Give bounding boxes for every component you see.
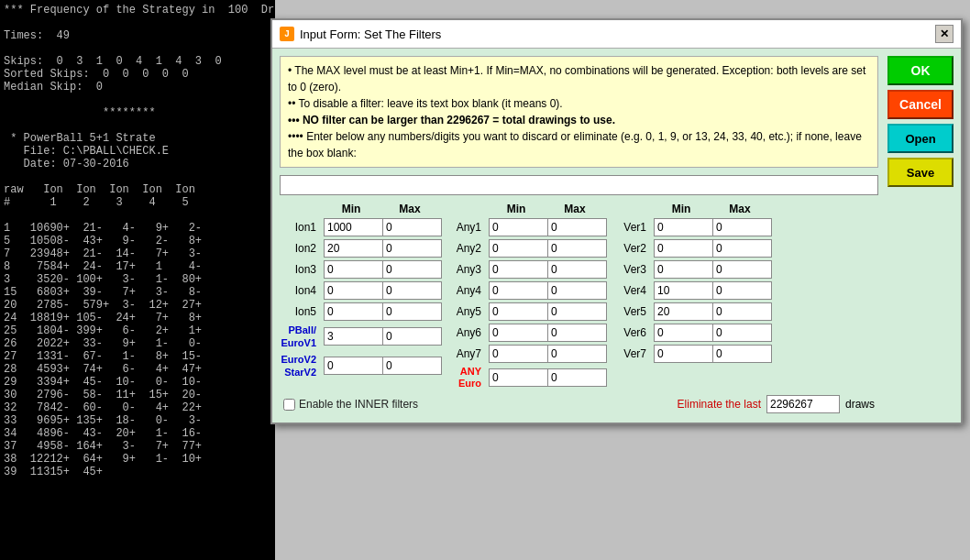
ver7-min-input[interactable] <box>654 345 713 363</box>
col-header-ver-min: Min <box>654 203 709 215</box>
any4-min-input[interactable] <box>489 281 548 300</box>
ver6-label: Ver6 <box>610 326 650 339</box>
open-button[interactable]: Open <box>887 124 953 153</box>
ver4-max-input[interactable] <box>712 281 772 300</box>
info-line1: • The MAX level must be at least Min+1. … <box>288 62 870 95</box>
col-header-ion-min: Min <box>324 203 379 215</box>
anyeuro-max-input[interactable] <box>547 368 607 387</box>
any5-min-input[interactable] <box>489 302 548 321</box>
side-buttons: OK Cancel Open Save <box>887 49 961 187</box>
modal-title-left: J Input Form: Set The Filters <box>280 27 441 41</box>
ver5-label: Ver5 <box>610 305 650 318</box>
any1-min-input[interactable] <box>489 218 548 236</box>
ver3-min-input[interactable] <box>654 260 713 279</box>
col-header-any-min: Min <box>489 203 544 215</box>
info-line2: •• To disable a filter: leave its text b… <box>288 95 870 112</box>
discard-input[interactable] <box>280 175 878 195</box>
ion2-label: Ion2 <box>280 242 320 255</box>
ver2-label: Ver2 <box>610 242 650 255</box>
any3-max-input[interactable] <box>547 260 607 279</box>
bottom-right: Eliminate the last draws <box>678 395 875 413</box>
pball-min-input[interactable] <box>324 327 383 346</box>
terminal-background: *** Frequency of the Strategy in 100 Dra… <box>0 0 275 560</box>
any6-label: Any6 <box>445 326 485 339</box>
any7-max-input[interactable] <box>547 345 607 363</box>
any1-max-input[interactable] <box>547 218 607 236</box>
pball-label: PBall/EuroV1 <box>280 324 320 350</box>
draws-label: draws <box>845 398 875 411</box>
any6-max-input[interactable] <box>547 324 607 342</box>
info-line4: •••• Enter below any numbers/digits you … <box>288 128 870 161</box>
ver2-max-input[interactable] <box>712 239 772 258</box>
ion3-min-input[interactable] <box>324 260 383 279</box>
any7-label: Any7 <box>445 347 485 360</box>
eliminate-text: Eliminate the last <box>678 398 761 411</box>
ion1-label: Ion1 <box>280 221 320 234</box>
ver3-label: Ver3 <box>610 263 650 276</box>
col-header-ion-max: Max <box>382 203 437 215</box>
enable-inner-checkbox[interactable] <box>283 399 295 411</box>
any6-min-input[interactable] <box>489 324 548 342</box>
ver1-max-input[interactable] <box>712 218 772 236</box>
ion4-label: Ion4 <box>280 284 320 297</box>
ion4-max-input[interactable] <box>382 281 442 300</box>
ver6-min-input[interactable] <box>654 324 713 342</box>
ver7-label: Ver7 <box>610 347 650 360</box>
eurov2-label: EuroV2StarV2 <box>280 353 320 379</box>
enable-inner-text: Enable the INNER filters <box>299 398 418 411</box>
modal-icon: J <box>280 27 294 41</box>
bottom-left: Enable the INNER filters <box>283 398 418 411</box>
modal-close-button[interactable]: ✕ <box>935 25 953 43</box>
ver4-label: Ver4 <box>610 284 650 297</box>
col-header-ver-max: Max <box>712 203 767 215</box>
any2-label: Any2 <box>445 242 485 255</box>
ver7-max-input[interactable] <box>712 345 772 363</box>
ion2-max-input[interactable] <box>382 239 442 258</box>
any2-max-input[interactable] <box>547 239 607 258</box>
ion1-min-input[interactable] <box>324 218 383 236</box>
any1-label: Any1 <box>445 221 485 234</box>
eurov2-max-input[interactable] <box>382 357 442 375</box>
any7-min-input[interactable] <box>489 345 548 363</box>
eurov2-min-input[interactable] <box>324 357 383 375</box>
info-line3: ••• NO filter can be larger than 2296267… <box>288 112 870 128</box>
col-header-any-max: Max <box>547 203 602 215</box>
ion5-max-input[interactable] <box>382 302 442 321</box>
ok-button[interactable]: OK <box>887 56 953 85</box>
enable-inner-label[interactable]: Enable the INNER filters <box>283 398 418 411</box>
modal-titlebar: J Input Form: Set The Filters ✕ <box>272 20 961 49</box>
ver1-min-input[interactable] <box>654 218 713 236</box>
ver5-max-input[interactable] <box>712 302 772 321</box>
any3-label: Any3 <box>445 263 485 276</box>
pball-max-input[interactable] <box>382 327 442 346</box>
any2-min-input[interactable] <box>489 239 548 258</box>
ion5-label: Ion5 <box>280 305 320 318</box>
ion2-min-input[interactable] <box>324 239 383 258</box>
ion3-max-input[interactable] <box>382 260 442 279</box>
any3-min-input[interactable] <box>489 260 548 279</box>
any4-max-input[interactable] <box>547 281 607 300</box>
ion1-max-input[interactable] <box>382 218 442 236</box>
save-button[interactable]: Save <box>887 158 953 187</box>
any5-max-input[interactable] <box>547 302 607 321</box>
ver3-max-input[interactable] <box>712 260 772 279</box>
modal-title-text: Input Form: Set The Filters <box>300 27 441 41</box>
ver5-min-input[interactable] <box>654 302 713 321</box>
ver1-label: Ver1 <box>610 221 650 234</box>
ver2-min-input[interactable] <box>654 239 713 258</box>
modal-dialog: J Input Form: Set The Filters ✕ OK Cance… <box>270 18 963 424</box>
any5-label: Any5 <box>445 305 485 318</box>
ver4-min-input[interactable] <box>654 281 713 300</box>
ion4-min-input[interactable] <box>324 281 383 300</box>
anyeuro-min-input[interactable] <box>489 368 548 387</box>
ion3-label: Ion3 <box>280 263 320 276</box>
draws-input[interactable] <box>766 395 840 413</box>
ion5-min-input[interactable] <box>324 302 383 321</box>
anyeuro-label: ANYEuro <box>445 366 485 390</box>
info-box: • The MAX level must be at least Min+1. … <box>280 56 878 168</box>
bottom-row: Enable the INNER filters Eliminate the l… <box>280 390 878 415</box>
ver6-max-input[interactable] <box>712 324 772 342</box>
modal-body: OK Cancel Open Save • The MAX level must… <box>272 49 961 423</box>
any4-label: Any4 <box>445 284 485 297</box>
cancel-button[interactable]: Cancel <box>887 90 953 119</box>
